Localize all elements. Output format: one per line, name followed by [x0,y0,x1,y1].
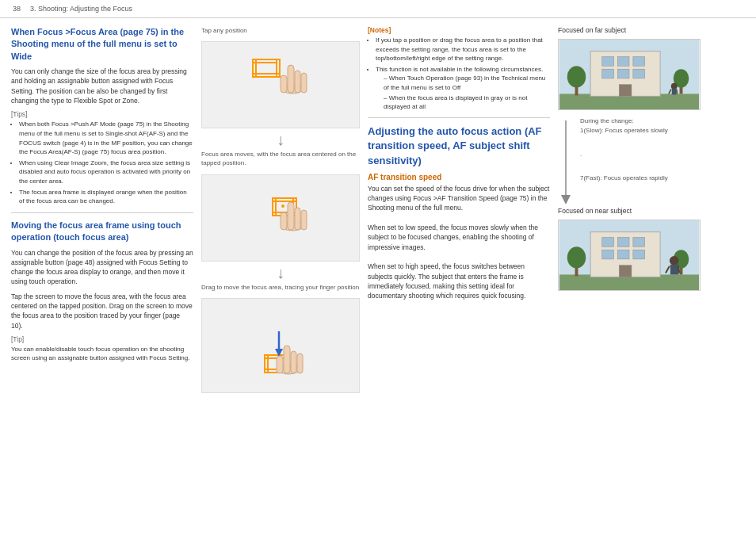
af-speed-body: You can set the speed of the focus drive… [368,184,550,301]
svg-rect-28 [297,353,303,373]
svg-rect-56 [602,250,614,259]
svg-rect-59 [619,266,632,277]
svg-rect-16 [295,208,300,230]
svg-rect-65 [670,265,679,275]
section-focus-area-wide: When Focus >Focus Area (page 75) in the … [11,26,193,206]
svg-rect-36 [602,69,614,78]
note-2: This function is not available in the fo… [376,65,550,111]
caption1: Tap any position [201,26,360,35]
col-left: When Focus >Focus Area (page 75) in the … [11,26,193,399]
breadcrumb: 3. Shooting: Adjusting the Focus [30,5,132,13]
svg-rect-37 [617,69,629,78]
page-wrapper: 38 3. Shooting: Adjusting the Focus When… [0,0,756,407]
svg-rect-15 [288,202,294,230]
section2-body1: You can change the position of the focus… [11,248,193,287]
section1-title: When Focus >Focus Area (page 75) in the … [11,26,193,63]
notes-section: [Notes] If you tap a position or drag th… [368,26,550,111]
svg-point-41 [567,66,586,87]
svg-rect-35 [633,57,645,67]
tips-label: [Tips] [11,110,193,118]
col-middle: Tap any position ↓ [201,26,360,399]
svg-rect-53 [602,238,614,247]
svg-rect-17 [301,210,307,230]
svg-point-44 [671,83,678,90]
drag-illustration [201,298,360,393]
note-2a: When Touch Operation (page 93) in the Te… [384,74,550,91]
svg-rect-29 [277,356,283,373]
arrow-svg [558,117,574,204]
svg-rect-6 [295,71,300,93]
svg-rect-18 [281,212,287,230]
col-right-left: [Notes] If you tap a position or drag th… [368,26,550,399]
arrow-container [558,113,574,204]
note-sub-list: When Touch Operation (page 93) in the Te… [376,74,550,111]
photo-near [558,220,701,291]
tip-label: [Tip] [11,335,193,343]
tips-item-3: The focus area frame is displayed orange… [19,188,193,206]
arrow-down-2: ↓ [201,265,360,281]
svg-rect-55 [633,238,645,247]
arrow-down-1: ↓ [201,132,360,147]
svg-point-64 [670,256,679,266]
tips-item-1: When both Focus >Push AF Mode (page 75) … [19,120,193,156]
svg-rect-26 [284,346,290,373]
tap-svg [217,45,344,124]
note-2b: When the focus area is displayed in gray… [384,94,550,111]
note-1: If you tap a position or drag the focus … [376,36,550,63]
far-building-svg [559,40,700,109]
svg-line-47 [677,90,678,94]
focus-moved-svg [217,178,344,258]
svg-rect-45 [672,89,677,95]
focus-moved-illustration [201,174,360,262]
svg-rect-5 [288,65,294,93]
svg-point-13 [281,204,284,208]
svg-rect-57 [617,250,629,259]
svg-rect-54 [617,238,629,247]
section2-body2: Tap the screen to move the focus area, w… [11,292,193,331]
notes-label: [Notes] [368,26,550,34]
tap-illustration [201,41,360,128]
drag-svg [217,300,344,391]
svg-rect-39 [619,85,632,97]
slow-label: 1(Slow): Focus operates slowly [580,126,668,136]
tips-list: When both Focus >Push AF Mode (page 75) … [11,120,193,205]
svg-rect-3 [253,74,280,77]
page-content: When Focus >Focus Area (page 75) in the … [0,18,756,407]
near-subject-label: Focused on near subject [558,207,745,215]
svg-point-61 [567,246,586,268]
dot-sep: . [580,150,668,159]
diagram-labels: During the change: 1(Slow): Focus operat… [580,113,668,183]
near-building-svg [559,220,700,290]
svg-rect-34 [617,57,629,67]
caption3: Drag to move the focus area, tracing you… [201,283,360,292]
section-moving-focus: Moving the focus area frame using touch … [11,220,193,363]
fast-label: 7(Fast): Focus operates rapidly [580,174,668,183]
af-section-title: Adjusting the auto focus action (AF tran… [368,124,550,168]
divider-2 [368,117,550,118]
during-change-label: During the change: [580,117,668,126]
section2-title: Moving the focus area frame using touch … [11,220,193,244]
tip-text: You can enable/disable touch focus opera… [11,345,193,362]
far-subject-label: Focused on far subject [558,26,745,34]
af-speed-title: AF transition speed [368,173,550,182]
page-number: 38 [13,5,21,13]
svg-rect-27 [291,351,296,373]
svg-rect-33 [602,57,614,67]
page-header: 38 3. Shooting: Adjusting the Focus [0,0,756,18]
caption2: Focus area moves, with the focus area ce… [201,150,360,167]
svg-rect-58 [633,250,645,259]
svg-rect-7 [301,73,307,93]
diagram-area: During the change: 1(Slow): Focus operat… [558,113,745,204]
notes-list: If you tap a position or drag the focus … [368,36,550,111]
svg-rect-8 [281,75,287,93]
tips-item-2: When using Clear Image Zoom, the focus a… [19,159,193,186]
divider-1 [11,212,193,213]
section1-body: You can only change the size of the focu… [11,67,193,105]
col-right: Focused on far subject [558,26,745,399]
svg-rect-38 [633,69,645,78]
photo-far [558,39,701,110]
